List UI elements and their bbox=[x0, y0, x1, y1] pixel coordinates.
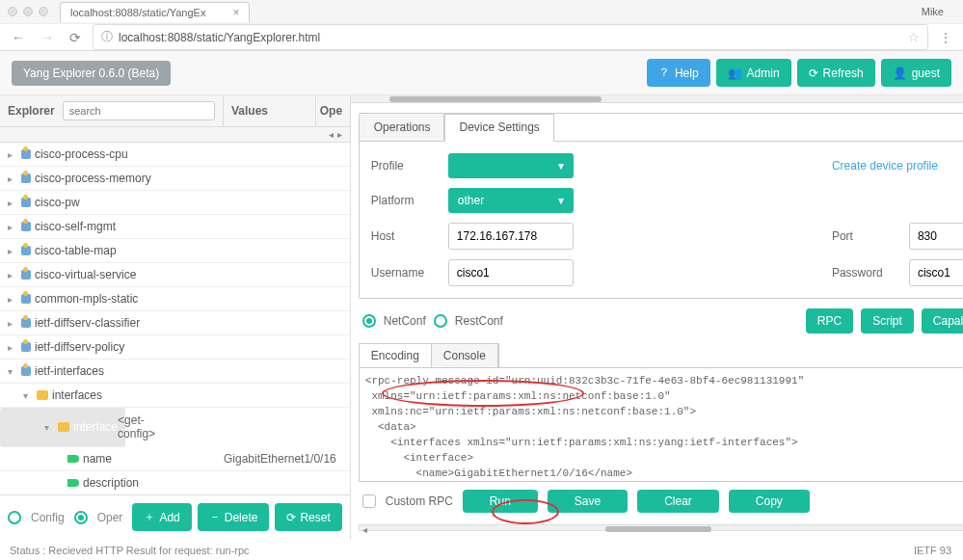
oper-header: Ope bbox=[315, 95, 350, 126]
leafg-icon bbox=[67, 455, 79, 463]
platform-label: Platform bbox=[371, 194, 439, 207]
mod-icon bbox=[21, 173, 31, 183]
caret-icon[interactable]: ▸ bbox=[8, 342, 17, 353]
minus-icon: － bbox=[209, 509, 221, 525]
caret-icon[interactable]: ▸ bbox=[8, 246, 17, 256]
url-bar[interactable]: ⓘ localhost:8088/static/YangExplorer.htm… bbox=[93, 24, 928, 50]
password-input[interactable] bbox=[909, 259, 963, 286]
custom-rpc-label: Custom RPC bbox=[386, 494, 453, 508]
refresh-icon: ⟳ bbox=[809, 67, 818, 80]
netconf-label: NetConf bbox=[384, 314, 426, 328]
tree-item-label: description bbox=[83, 476, 139, 490]
add-button[interactable]: ＋Add bbox=[132, 503, 191, 531]
tree-row[interactable]: ▸cisco-pw bbox=[0, 191, 350, 215]
status-text: Status : Recieved HTTP Result for reques… bbox=[10, 545, 250, 556]
refresh-button[interactable]: ⟳Refresh bbox=[797, 59, 875, 87]
tree-row[interactable]: ▾interfaces bbox=[0, 384, 350, 408]
tab-encoding[interactable]: Encoding bbox=[360, 344, 432, 367]
admin-icon: 👥 bbox=[728, 67, 742, 80]
browser-tab[interactable]: localhost:8088/static/YangEx × bbox=[60, 2, 250, 22]
tree-row[interactable]: ▸ietf-diffserv-policy bbox=[0, 335, 350, 360]
browser-chrome: localhost:8088/static/YangEx × Mike ← → … bbox=[0, 0, 963, 51]
username-label: Username bbox=[371, 266, 439, 280]
close-icon[interactable]: × bbox=[232, 6, 239, 19]
tree-row[interactable]: nameGigabitEthernet1/0/16 bbox=[0, 447, 350, 471]
reset-button[interactable]: ⟳Reset bbox=[275, 503, 341, 531]
caret-icon[interactable]: ▸ bbox=[8, 222, 17, 232]
explorer-panel: Explorer Values Ope ◂▸ ▸cisco-process-cp… bbox=[0, 95, 351, 539]
restconf-radio[interactable] bbox=[434, 314, 447, 328]
window-controls[interactable] bbox=[8, 7, 48, 16]
caret-icon[interactable]: ▸ bbox=[8, 294, 17, 305]
reset-icon: ⟳ bbox=[286, 511, 296, 524]
plus-icon: ＋ bbox=[144, 509, 155, 525]
tree-row[interactable]: ▸cisco-process-cpu bbox=[0, 143, 350, 167]
tree-row[interactable]: ▸common-mpls-static bbox=[0, 287, 350, 311]
tree-item-label: ietf-interfaces bbox=[35, 364, 104, 378]
back-icon[interactable]: ← bbox=[8, 30, 29, 45]
host-label: Host bbox=[371, 229, 439, 243]
menu-icon[interactable]: ⋮ bbox=[936, 31, 955, 44]
center-panel: Operations Device Settings Profile ▾ Cre… bbox=[351, 95, 963, 539]
tree-item-label: cisco-virtual-service bbox=[35, 268, 136, 281]
tab-operations[interactable]: Operations bbox=[360, 114, 445, 141]
username-input[interactable] bbox=[448, 259, 574, 286]
create-profile-link[interactable]: Create device profile bbox=[832, 159, 963, 173]
column-pager[interactable]: ◂▸ bbox=[0, 127, 350, 143]
tree-row[interactable]: ▸cisco-process-memory bbox=[0, 167, 350, 191]
guest-button[interactable]: 👤guest bbox=[881, 59, 951, 87]
config-radio[interactable] bbox=[8, 511, 21, 524]
clear-button[interactable]: Clear bbox=[637, 490, 719, 513]
mod-icon bbox=[21, 366, 31, 376]
restconf-label: RestConf bbox=[455, 314, 503, 328]
app-header: Yang Explorer 0.6.0 (Beta) ？Help 👥Admin … bbox=[0, 51, 963, 95]
tree-row[interactable]: ▸cisco-self-mgmt bbox=[0, 215, 350, 239]
profile-select[interactable]: ▾ bbox=[448, 153, 574, 178]
netconf-radio[interactable] bbox=[362, 314, 376, 328]
caret-icon[interactable]: ▸ bbox=[8, 198, 17, 208]
rpc-button[interactable]: RPC bbox=[806, 308, 853, 333]
console-output[interactable]: <rpc-reply message-id="urn:uuid:832c3b3c… bbox=[359, 367, 963, 482]
oper-label: Oper bbox=[97, 511, 123, 524]
tree-row[interactable]: ▾ietf-interfaces bbox=[0, 360, 350, 384]
h-scrollbar-bottom[interactable]: ◂ ▸ bbox=[359, 524, 963, 531]
url-text: localhost:8088/static/YangExplorer.html bbox=[119, 31, 320, 44]
info-icon[interactable]: ⓘ bbox=[101, 29, 113, 45]
delete-button[interactable]: －Delete bbox=[198, 503, 270, 531]
bookmark-icon[interactable]: ☆ bbox=[908, 30, 920, 44]
caret-icon[interactable]: ▸ bbox=[8, 149, 17, 160]
caret-icon[interactable]: ▸ bbox=[8, 318, 17, 329]
caret-icon[interactable]: ▾ bbox=[23, 390, 33, 401]
tree-row[interactable]: ▾interface<get-config> bbox=[0, 408, 125, 447]
host-input[interactable] bbox=[448, 223, 574, 250]
caret-icon[interactable]: ▸ bbox=[8, 270, 17, 280]
tree-item-label: cisco-process-memory bbox=[35, 172, 151, 185]
tree-row[interactable]: ▸cisco-virtual-service bbox=[0, 263, 350, 287]
search-input[interactable] bbox=[63, 101, 215, 120]
admin-button[interactable]: 👥Admin bbox=[716, 59, 791, 87]
caret-icon[interactable]: ▸ bbox=[8, 173, 17, 184]
app-badge: Yang Explorer 0.6.0 (Beta) bbox=[12, 61, 171, 86]
script-button[interactable]: Script bbox=[861, 308, 914, 333]
caret-icon[interactable]: ▾ bbox=[8, 366, 17, 377]
tab-console[interactable]: Console bbox=[432, 344, 498, 367]
copy-button[interactable]: Copy bbox=[729, 490, 810, 513]
help-button[interactable]: ？Help bbox=[647, 59, 710, 87]
tree-row[interactable]: ▸cisco-table-map bbox=[0, 239, 350, 263]
chevron-down-icon: ▾ bbox=[558, 159, 564, 173]
port-input[interactable] bbox=[909, 223, 963, 250]
tree-item-label: interface bbox=[73, 420, 118, 434]
reload-icon[interactable]: ⟳ bbox=[66, 30, 85, 45]
save-button[interactable]: Save bbox=[548, 490, 628, 513]
h-scrollbar-top[interactable] bbox=[351, 95, 963, 103]
capabilities-button[interactable]: Capabilities bbox=[922, 308, 963, 333]
tab-device-settings[interactable]: Device Settings bbox=[444, 114, 553, 142]
tree-item-label: cisco-self-mgmt bbox=[35, 220, 116, 233]
platform-select[interactable]: other▾ bbox=[448, 188, 574, 213]
tree-row[interactable]: description bbox=[0, 471, 350, 494]
custom-rpc-checkbox[interactable] bbox=[362, 494, 376, 508]
tree-row[interactable]: ▸ietf-diffserv-classifier bbox=[0, 311, 350, 335]
oper-radio[interactable] bbox=[74, 511, 88, 524]
caret-icon[interactable]: ▾ bbox=[44, 422, 54, 433]
run-button[interactable]: Run bbox=[463, 490, 538, 513]
